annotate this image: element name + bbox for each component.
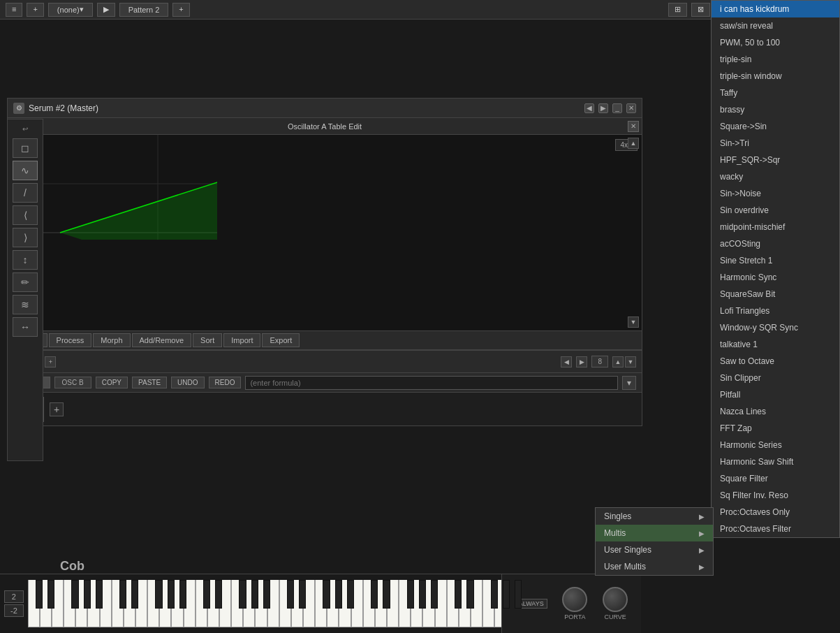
page-end-down-btn[interactable]: ▼ bbox=[625, 356, 636, 368]
dropdown-item-3[interactable]: triple-sin bbox=[712, 51, 839, 68]
curve-knob[interactable] bbox=[603, 587, 628, 612]
wt-add-btn[interactable]: + bbox=[50, 402, 64, 416]
dropdown-item-17[interactable]: SquareSaw Bit bbox=[712, 286, 839, 303]
right-angle-tool[interactable]: ⟩ bbox=[13, 228, 38, 247]
dropdown-item-7[interactable]: Square->Sin bbox=[712, 118, 839, 135]
dropdown-item-22[interactable]: Sin Clipper bbox=[712, 370, 839, 386]
piano-black-key[interactable] bbox=[287, 580, 294, 609]
vertical-tool[interactable]: ↕ bbox=[13, 250, 38, 270]
left-angle-tool[interactable]: ⟨ bbox=[13, 205, 38, 225]
ctx-user-multis[interactable]: User Multis ▶ bbox=[596, 558, 713, 575]
piano-black-key[interactable] bbox=[239, 580, 246, 609]
piano-black-key[interactable] bbox=[215, 580, 222, 609]
sine-tool[interactable]: ∿ bbox=[13, 161, 38, 180]
export-btn[interactable]: Export bbox=[262, 333, 300, 347]
dropdown-item-19[interactable]: Window-y SQR Sync bbox=[712, 319, 839, 336]
piano-black-key[interactable] bbox=[503, 580, 510, 609]
piano-black-key[interactable] bbox=[47, 580, 54, 609]
dropdown-item-20[interactable]: talkative 1 bbox=[712, 336, 839, 353]
pencil-tool[interactable]: ✏ bbox=[13, 272, 38, 292]
noise-tool[interactable]: ≋ bbox=[13, 295, 38, 314]
dropdown-item-6[interactable]: brassy bbox=[712, 101, 839, 118]
move-tool[interactable]: ↔ bbox=[13, 317, 38, 337]
undo-btn[interactable]: UNDO bbox=[171, 377, 204, 388]
paste-btn[interactable]: PASTE bbox=[132, 377, 167, 388]
piano-black-key[interactable] bbox=[419, 580, 426, 609]
play-btn[interactable]: ▶ bbox=[97, 3, 115, 17]
piano-black-key[interactable] bbox=[131, 580, 138, 609]
dropdown-item-29[interactable]: Sq Filter Inv. Reso bbox=[712, 487, 839, 504]
dropdown-item-1[interactable]: saw/sin reveal bbox=[712, 17, 839, 34]
add-remove-btn[interactable]: Add/Remove bbox=[132, 333, 192, 347]
dropdown-item-27[interactable]: Harmonic Saw Shift bbox=[712, 453, 839, 470]
dropdown-item-10[interactable]: wacky bbox=[712, 168, 839, 185]
dropdown-item-28[interactable]: Square Filter bbox=[712, 470, 839, 487]
dropdown-item-8[interactable]: Sin->Tri bbox=[712, 135, 839, 152]
dropdown-item-14[interactable]: acCOSting bbox=[712, 235, 839, 252]
menu-btn[interactable]: ≡ bbox=[6, 3, 22, 17]
close-btn[interactable]: ✕ bbox=[626, 103, 636, 113]
piano-black-key[interactable] bbox=[96, 580, 103, 609]
dropdown-item-4[interactable]: triple-sin window bbox=[712, 68, 839, 85]
dropdown-item-12[interactable]: Sin overdrive bbox=[712, 202, 839, 219]
none-dropdown[interactable]: (none) ▾ bbox=[48, 3, 93, 17]
dropdown-item-30[interactable]: Proc:Octaves Only bbox=[712, 504, 839, 521]
piano-black-key[interactable] bbox=[455, 580, 462, 609]
dropdown-item-18[interactable]: Lofi Triangles bbox=[712, 303, 839, 319]
piano-black-key[interactable] bbox=[335, 580, 342, 609]
piano-black-key[interactable] bbox=[371, 580, 378, 609]
piano-black-key[interactable] bbox=[323, 580, 330, 609]
formula-input[interactable] bbox=[245, 376, 618, 390]
dropdown-item-9[interactable]: HPF_SQR->Sqr bbox=[712, 152, 839, 168]
dropdown-item-26[interactable]: Harmonic Series bbox=[712, 437, 839, 453]
piano-black-key[interactable] bbox=[407, 580, 414, 609]
square-tool[interactable]: ◻ bbox=[13, 138, 38, 158]
formula-dropdown-btn[interactable]: ▾ bbox=[622, 376, 636, 390]
scroll-left-btn[interactable]: ◀ bbox=[561, 356, 572, 368]
scroll-up-btn[interactable]: ▲ bbox=[628, 138, 639, 149]
piano-black-key[interactable] bbox=[491, 580, 498, 609]
osc-b-tab[interactable]: OSC B bbox=[54, 377, 91, 388]
piano-black-key[interactable] bbox=[119, 580, 126, 609]
pattern-label[interactable]: Pattern 2 bbox=[119, 3, 169, 17]
dropdown-item-13[interactable]: midpoint-mischief bbox=[712, 219, 839, 235]
mixer-btn[interactable]: ⊞ bbox=[668, 3, 687, 17]
sort-btn[interactable]: Sort bbox=[193, 333, 222, 347]
piano-black-key[interactable] bbox=[299, 580, 306, 609]
ctx-singles[interactable]: Singles ▶ bbox=[596, 508, 713, 525]
step-seq-btn[interactable]: ⊠ bbox=[691, 3, 710, 17]
dropdown-item-2[interactable]: PWM, 50 to 100 bbox=[712, 34, 839, 51]
piano-black-key[interactable] bbox=[515, 580, 522, 609]
osc-close-btn[interactable]: ✕ bbox=[628, 121, 639, 132]
dropdown-item-31[interactable]: Proc:Octaves Filter bbox=[712, 521, 839, 537]
ctx-user-singles[interactable]: User Singles ▶ bbox=[596, 541, 713, 558]
piano-black-key[interactable] bbox=[466, 580, 473, 609]
piano-black-key[interactable] bbox=[383, 580, 390, 609]
piano-black-key[interactable] bbox=[203, 580, 210, 609]
dropdown-item-25[interactable]: FFT Zap bbox=[712, 420, 839, 437]
scroll-down-btn[interactable]: ▼ bbox=[628, 316, 639, 328]
import-btn[interactable]: Import bbox=[223, 333, 260, 347]
piano-black-key[interactable] bbox=[36, 580, 43, 609]
piano-black-key[interactable] bbox=[155, 580, 162, 609]
piano-black-key[interactable] bbox=[251, 580, 258, 609]
redo-btn[interactable]: REDO bbox=[209, 377, 242, 388]
dropdown-item-11[interactable]: Sin->Noise bbox=[712, 185, 839, 202]
porta-knob[interactable] bbox=[562, 587, 587, 612]
piano-black-key[interactable] bbox=[179, 580, 186, 609]
piano-black-key[interactable] bbox=[431, 580, 438, 609]
pattern-add-btn[interactable]: + bbox=[172, 3, 189, 17]
piano-keys[interactable]: // will be rendered after DOM load bbox=[28, 580, 531, 627]
page-end-up-btn[interactable]: ▲ bbox=[612, 356, 624, 368]
ctx-multis[interactable]: Multis ▶ bbox=[596, 525, 713, 541]
morph-btn[interactable]: Morph bbox=[93, 333, 130, 347]
dropdown-item-0[interactable]: i can has kickdrum bbox=[712, 1, 839, 17]
copy-btn[interactable]: COPY bbox=[96, 377, 128, 388]
scroll-right-btn[interactable]: ▶ bbox=[576, 356, 587, 368]
next-btn[interactable]: ▶ bbox=[598, 103, 608, 113]
dropdown-item-21[interactable]: Saw to Octave bbox=[712, 353, 839, 370]
prev-btn[interactable]: ◀ bbox=[584, 103, 594, 113]
add-btn[interactable]: + bbox=[27, 3, 43, 17]
dropdown-item-5[interactable]: Taffy bbox=[712, 85, 839, 101]
dropdown-item-24[interactable]: Nazca Lines bbox=[712, 403, 839, 420]
